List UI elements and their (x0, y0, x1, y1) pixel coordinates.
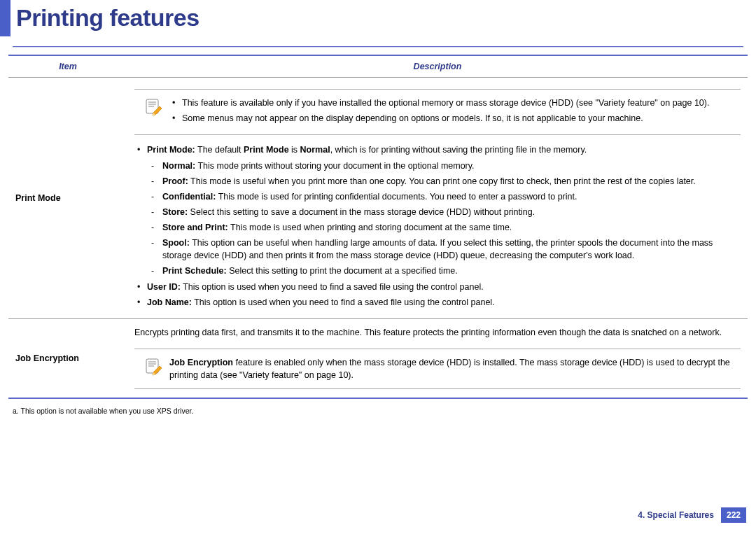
submode-item: Confidential: This mode is used for prin… (147, 190, 741, 203)
submode-item: Normal: This mode prints without storing… (147, 160, 741, 172)
footnote: a. This option is not available when you… (8, 399, 748, 416)
col-header-item: Item (8, 55, 127, 78)
submode-item: Store and Print: This mode is used when … (147, 221, 741, 234)
page-title: Printing features (10, 0, 200, 36)
row-desc-print-mode: This feature is available only if you ha… (127, 78, 748, 319)
footer-page-number: 222 (721, 507, 746, 523)
page-footer: 4. Special Features 222 (631, 507, 746, 523)
job-encryption-intro: Encrypts printing data first, and transm… (134, 326, 741, 339)
job-encryption-note: Job Encryption feature is enabled only w… (169, 356, 731, 381)
content-area: Item Description Print Mode This feature… (0, 48, 756, 416)
row-job-encryption: Job Encryption Encrypts printing data fi… (8, 318, 748, 398)
header-accent-bar (0, 0, 10, 36)
col-header-description: Description (127, 55, 748, 78)
submode-item: Spool: This option can be useful when ha… (147, 237, 741, 262)
row-print-mode: Print Mode This feature is available onl… (8, 78, 748, 319)
note-bullet: Some menus may not appear on the display… (169, 112, 731, 125)
feature-table: Item Description Print Mode This feature… (8, 55, 748, 399)
submode-item: Proof: This mode is useful when you prin… (147, 175, 741, 188)
page-header: Printing features (0, 0, 756, 36)
row-label-job-encryption: Job Encryption (8, 318, 127, 398)
note-pencil-icon (144, 358, 162, 376)
tail-bullet: User ID: This option is used when you ne… (134, 281, 741, 293)
row-label-print-mode: Print Mode (8, 78, 127, 319)
submode-item: Print Schedule: Select this setting to p… (147, 265, 741, 277)
print-mode-line: Print Mode: The default Print Mode is No… (134, 143, 741, 277)
footer-chapter: 4. Special Features (631, 507, 721, 523)
note-bullet: This feature is available only if you ha… (169, 97, 731, 109)
note-box: Job Encryption feature is enabled only w… (134, 349, 741, 389)
note-pencil-icon (144, 98, 162, 116)
note-box: This feature is available only if you ha… (134, 89, 741, 135)
row-desc-job-encryption: Encrypts printing data first, and transm… (127, 318, 748, 398)
tail-bullet: Job Name: This option is used when you n… (134, 296, 741, 309)
submode-item: Store: Select this setting to save a doc… (147, 206, 741, 218)
